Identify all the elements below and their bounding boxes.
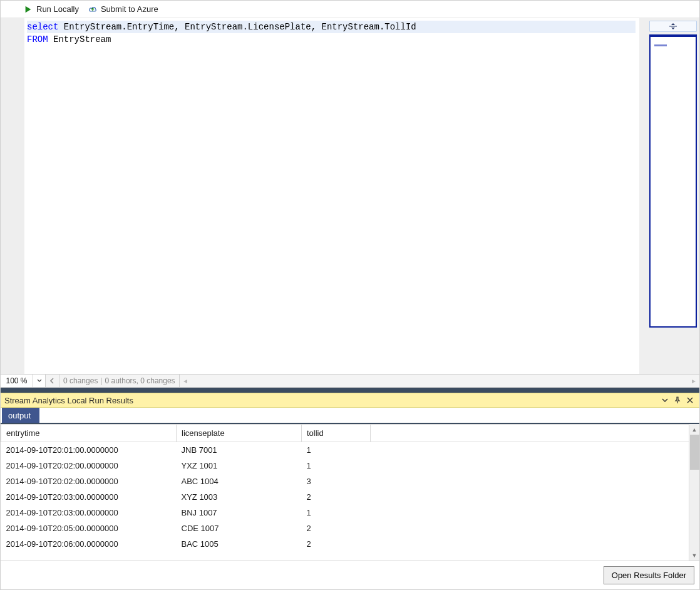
table-cell-spacer <box>371 458 699 474</box>
minimap-preview-line <box>654 44 667 46</box>
chevron-down-icon <box>662 397 668 403</box>
results-tabs: output <box>1 408 699 424</box>
col-entrytime[interactable]: entrytime <box>1 425 177 442</box>
editor-splitter[interactable] <box>639 18 647 374</box>
table-cell-spacer <box>371 520 699 536</box>
table-cell: BNJ 1007 <box>177 505 302 520</box>
table-row[interactable]: 2014-09-10T20:02:00.0000000YXZ 10011 <box>1 458 699 474</box>
table-cell: CDE 1007 <box>177 520 302 536</box>
table-cell: BAC 1005 <box>177 536 302 552</box>
pin-button[interactable] <box>672 395 683 406</box>
scroll-right-icon[interactable]: ▸ <box>688 375 699 387</box>
changes-indicator: 0 changes | 0 authors, 0 changes <box>59 375 180 387</box>
table-cell: XYZ 1003 <box>177 489 302 505</box>
table-cell-spacer <box>371 474 699 489</box>
code-editor[interactable]: select EntryStream.EntryTime, EntryStrea… <box>24 18 639 374</box>
chevron-left-icon <box>49 378 56 384</box>
table-cell: 1 <box>302 458 371 474</box>
svg-rect-1 <box>669 26 677 27</box>
table-cell: 2014-09-10T20:02:00.0000000 <box>1 458 177 474</box>
line2-rest: EntryStream <box>48 34 111 44</box>
pin-icon <box>674 396 681 404</box>
table-cell: 2014-09-10T20:03:00.0000000 <box>1 489 177 505</box>
editor-toolbar: Run Locally Submit to Azure <box>1 1 699 18</box>
table-cell: 2014-09-10T20:01:00.0000000 <box>1 442 177 458</box>
table-cell-spacer <box>371 489 699 505</box>
col-spacer <box>371 425 699 442</box>
results-table: entrytime licenseplate tollid 2014-09-10… <box>1 424 699 552</box>
cloud-upload-icon <box>88 4 98 14</box>
table-row[interactable]: 2014-09-10T20:05:00.0000000CDE 10072 <box>1 520 699 536</box>
close-panel-button[interactable] <box>684 395 696 406</box>
zoom-dropdown[interactable] <box>33 375 46 387</box>
panel-divider[interactable] <box>1 388 699 393</box>
submit-to-azure-button[interactable]: Submit to Azure <box>88 4 158 14</box>
table-cell: ABC 1004 <box>177 474 302 489</box>
table-cell: 2 <box>302 536 371 552</box>
panel-options-button[interactable] <box>659 395 671 406</box>
scroll-up-icon[interactable]: ▲ <box>689 424 699 435</box>
run-locally-button[interactable]: Run Locally <box>23 4 79 14</box>
changes-sep: | <box>100 376 102 385</box>
results-footer: Open Results Folder <box>1 561 699 589</box>
changes-left: 0 changes <box>63 376 98 385</box>
changes-right: 0 authors, 0 changes <box>105 376 175 385</box>
kw-select: select <box>27 22 58 32</box>
split-handle[interactable] <box>649 21 697 32</box>
table-cell: JNB 7001 <box>177 442 302 458</box>
code-editor-area: select EntryStream.EntryTime, EntryStrea… <box>1 18 699 374</box>
table-cell: 1 <box>302 505 371 520</box>
submit-to-azure-label: Submit to Azure <box>101 4 158 14</box>
table-row[interactable]: 2014-09-10T20:03:00.0000000XYZ 10032 <box>1 489 699 505</box>
results-panel-title: Stream Analytics Local Run Results <box>4 396 658 405</box>
scroll-down-icon[interactable]: ▼ <box>689 550 699 561</box>
editor-gutter <box>1 18 24 374</box>
table-cell: 2 <box>302 520 371 536</box>
scroll-left-icon[interactable]: ◂ <box>180 375 191 387</box>
tab-output[interactable]: output <box>2 408 39 423</box>
table-cell: 2014-09-10T20:06:00.0000000 <box>1 536 177 552</box>
chevron-down-icon <box>37 378 42 383</box>
table-row[interactable]: 2014-09-10T20:06:00.0000000BAC 10052 <box>1 536 699 552</box>
editor-statusbar: 100 % 0 changes | 0 authors, 0 changes ◂… <box>1 374 699 388</box>
table-cell: 3 <box>302 474 371 489</box>
table-cell-spacer <box>371 505 699 520</box>
table-header-row: entrytime licenseplate tollid <box>1 425 699 442</box>
svg-marker-0 <box>26 6 31 13</box>
tab-output-label: output <box>8 411 31 420</box>
table-cell-spacer <box>371 442 699 458</box>
table-cell: 2014-09-10T20:05:00.0000000 <box>1 520 177 536</box>
kw-from: FROM <box>27 34 48 44</box>
table-cell: YXZ 1001 <box>177 458 302 474</box>
zoom-level[interactable]: 100 % <box>1 375 33 387</box>
col-tollid[interactable]: tollid <box>302 425 371 442</box>
col-licenseplate[interactable]: licenseplate <box>177 425 302 442</box>
table-cell: 2014-09-10T20:03:00.0000000 <box>1 505 177 520</box>
table-row[interactable]: 2014-09-10T20:02:00.0000000ABC 10043 <box>1 474 699 489</box>
table-row[interactable]: 2014-09-10T20:01:00.0000000JNB 70011 <box>1 442 699 458</box>
run-locally-label: Run Locally <box>36 4 79 14</box>
code-minimap[interactable] <box>649 34 697 328</box>
table-cell: 2014-09-10T20:02:00.0000000 <box>1 474 177 489</box>
table-cell: 2 <box>302 489 371 505</box>
open-results-folder-button[interactable]: Open Results Folder <box>604 566 694 584</box>
results-table-wrap: entrytime licenseplate tollid 2014-09-10… <box>1 424 699 561</box>
table-cell: 1 <box>302 442 371 458</box>
prev-change-button[interactable] <box>46 375 59 387</box>
split-handle-icon <box>669 23 677 29</box>
line1-rest: EntryStream.EntryTime, EntryStream.Licen… <box>58 22 416 32</box>
table-cell-spacer <box>371 536 699 552</box>
scroll-thumb[interactable] <box>690 435 699 470</box>
results-panel-header: Stream Analytics Local Run Results <box>1 393 699 408</box>
close-icon <box>687 397 693 403</box>
play-icon <box>23 4 33 14</box>
results-scrollbar[interactable]: ▲ ▼ <box>689 424 699 561</box>
minimap-column <box>647 18 699 374</box>
table-row[interactable]: 2014-09-10T20:03:00.0000000BNJ 10071 <box>1 505 699 520</box>
